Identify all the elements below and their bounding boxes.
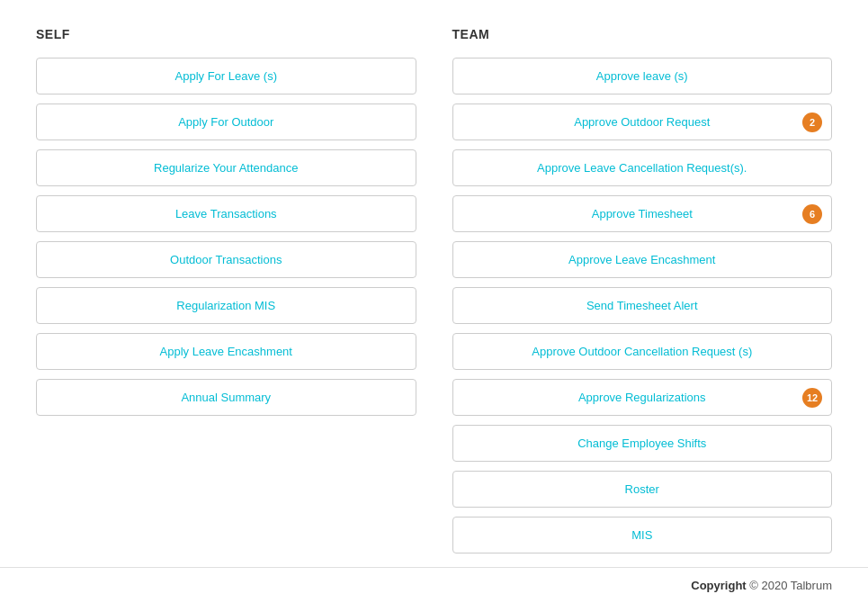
footer: Copyright © 2020 Talbrum <box>0 567 868 603</box>
team-button-8[interactable]: Change Employee Shifts <box>452 425 833 462</box>
self-button-3[interactable]: Leave Transactions <box>36 195 416 232</box>
self-button-0[interactable]: Apply For Leave (s) <box>36 58 416 94</box>
team-button-6[interactable]: Approve Outdoor Cancellation Request (s) <box>452 333 833 370</box>
self-button-list: Apply For Leave (s)Apply For OutdoorRegu… <box>36 58 416 416</box>
team-title: TEAM <box>452 27 833 41</box>
self-title: SELF <box>36 27 416 41</box>
self-button-1[interactable]: Apply For Outdoor <box>36 104 416 140</box>
self-button-4[interactable]: Outdoor Transactions <box>36 241 416 278</box>
self-button-2[interactable]: Regularize Your Attendance <box>36 149 416 186</box>
self-button-6[interactable]: Apply Leave Encashment <box>36 333 416 370</box>
team-column: TEAM Approve leave (s)Approve Outdoor Re… <box>452 27 833 554</box>
team-button-4[interactable]: Approve Leave Encashment <box>452 241 833 278</box>
self-button-5[interactable]: Regularization MIS <box>36 287 416 324</box>
team-button-5[interactable]: Send Timesheet Alert <box>452 287 833 324</box>
main-container: SELF Apply For Leave (s)Apply For Outdoo… <box>0 0 868 580</box>
team-button-3[interactable]: Approve Timesheet6 <box>452 195 833 232</box>
team-button-0[interactable]: Approve leave (s) <box>452 58 833 94</box>
team-badge-3: 6 <box>802 204 822 224</box>
self-column: SELF Apply For Leave (s)Apply For Outdoo… <box>36 27 416 554</box>
team-badge-7: 12 <box>802 388 822 408</box>
team-button-list: Approve leave (s)Approve Outdoor Request… <box>452 58 833 554</box>
team-button-2[interactable]: Approve Leave Cancellation Request(s). <box>452 149 833 186</box>
self-button-7[interactable]: Annual Summary <box>36 379 416 416</box>
team-button-1[interactable]: Approve Outdoor Request2 <box>452 104 833 140</box>
team-badge-1: 2 <box>802 112 822 132</box>
copyright-label: Copyright <box>691 579 746 592</box>
team-button-10[interactable]: MIS <box>452 517 833 554</box>
copyright-text: © 2020 Talbrum <box>747 579 832 592</box>
team-button-7[interactable]: Approve Regularizations12 <box>452 379 833 416</box>
team-button-9[interactable]: Roster <box>452 471 833 508</box>
